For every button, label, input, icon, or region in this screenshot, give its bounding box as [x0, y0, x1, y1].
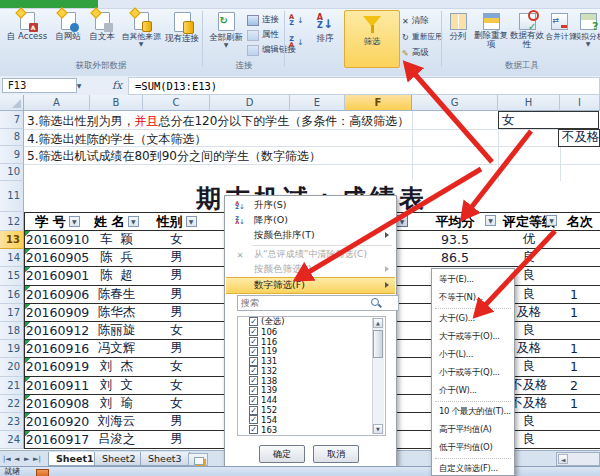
cell-name-17[interactable]: 陈华杰: [90, 304, 144, 322]
what-if-analysis-button[interactable]: ? 模拟分析 ▼: [572, 10, 600, 46]
select-all-corner[interactable]: [0, 95, 24, 111]
cell-rank-21[interactable]: 2: [560, 377, 600, 395]
row-header-11[interactable]: 11: [0, 181, 24, 213]
cell-name-13[interactable]: 车 颖: [90, 231, 144, 249]
row-header-7[interactable]: 7: [0, 111, 24, 129]
checkbox-item[interactable]: ✓132: [238, 366, 385, 376]
checkbox-checked-icon[interactable]: ✓: [249, 425, 258, 434]
table-header-id[interactable]: 学 号▼: [24, 212, 91, 231]
cell-sex-16[interactable]: 男: [143, 286, 211, 304]
submenu-item-6[interactable]: 介于(W)...: [432, 382, 514, 400]
filter-dropdown-icon-active[interactable]: ▼: [396, 215, 408, 227]
submenu-item-8[interactable]: 高于平均值(A): [432, 421, 514, 439]
submenu-item-7[interactable]: 10 个最大的值(T)...: [432, 403, 514, 421]
filter-dropdown-icon[interactable]: ▼: [69, 216, 80, 227]
existing-connections-button[interactable]: 现有连接: [164, 10, 200, 43]
cell-name-18[interactable]: 陈丽旋: [90, 322, 144, 340]
column-header-D[interactable]: D: [210, 95, 290, 111]
column-header-H[interactable]: H: [498, 95, 560, 111]
cell-rank-13[interactable]: [560, 231, 600, 249]
filter-dropdown-icon-grade[interactable]: ▼: [546, 215, 557, 226]
refresh-all-button[interactable]: ↻ 全部刷新 ▼: [205, 10, 247, 47]
cancel-button[interactable]: 取消: [313, 445, 359, 463]
data-validation-button[interactable]: ✓ 数据有效性: [510, 10, 544, 49]
cell-id-16[interactable]: 20160906: [24, 286, 91, 304]
filter-dropdown-icon-avg[interactable]: ▼: [485, 215, 496, 226]
cell-grade-14[interactable]: 良: [498, 249, 561, 267]
row-header-13[interactable]: 13: [0, 231, 24, 249]
text-to-columns-button[interactable]: 分列: [444, 10, 472, 41]
cell-id-17[interactable]: 20160909: [24, 304, 91, 322]
note-row-8[interactable]: 4.筛选出姓陈的学生（文本筛选）: [27, 131, 206, 148]
checkbox-item[interactable]: ✓131: [238, 356, 385, 366]
submenu-item-3[interactable]: 大于或等于(O)...: [432, 328, 514, 346]
menu-item-sort-descending[interactable]: ZA↓ 降序(O): [226, 213, 395, 228]
row-header-18[interactable]: 18: [0, 322, 24, 340]
cell-id-14[interactable]: 20160905: [24, 249, 91, 267]
cell-id-15[interactable]: 20160901: [24, 267, 91, 285]
cell-name-22[interactable]: 刘 瑜: [90, 395, 144, 413]
column-header-F[interactable]: F: [345, 95, 412, 111]
cell-rank-14[interactable]: [560, 249, 600, 267]
row-header-9[interactable]: 9: [0, 146, 24, 164]
from-text-button[interactable]: 自文本: [86, 10, 118, 41]
cell-id-20[interactable]: 20160919: [24, 358, 91, 376]
sort-button[interactable]: AZ↓ 排序: [309, 10, 341, 43]
checkbox-item[interactable]: ✓(全选): [238, 317, 385, 327]
cell-rank-18[interactable]: [560, 322, 600, 340]
row-header-20[interactable]: 20: [0, 358, 24, 376]
cell-sex-15[interactable]: 男: [143, 267, 211, 285]
row-header-22[interactable]: 22: [0, 395, 24, 413]
tab-sheet2[interactable]: Sheet2: [94, 452, 144, 466]
row-header-12[interactable]: 12: [0, 212, 24, 231]
menu-item-sort-ascending[interactable]: AZ↓ 升序(S): [226, 198, 395, 213]
ok-button[interactable]: 确定: [259, 445, 305, 463]
sort-descending-icon-button[interactable]: ZA↓: [289, 36, 304, 48]
cell-rank-15[interactable]: [560, 267, 600, 285]
checkbox-checked-icon[interactable]: ✓: [249, 357, 258, 366]
checkbox-item[interactable]: ✓152: [238, 405, 385, 415]
cell-name-23[interactable]: 刘海云: [90, 413, 144, 431]
cell-avg-14[interactable]: 86.5: [412, 249, 499, 267]
table-header-rank[interactable]: 名次: [560, 212, 600, 231]
cell-name-15[interactable]: 陈 超: [90, 267, 144, 285]
first-sheet-icon[interactable]: |◄: [3, 454, 11, 464]
cell-name-14[interactable]: 陈 兵: [90, 249, 144, 267]
checkbox-checked-icon[interactable]: ✓: [249, 366, 258, 375]
cell-rank-16[interactable]: 1: [560, 286, 600, 304]
scroll-left-icon[interactable]: ◄: [558, 454, 568, 464]
consolidate-button[interactable]: ⇄ 合并计算: [544, 10, 574, 41]
row-header-15[interactable]: 15: [0, 267, 24, 285]
submenu-item-1[interactable]: 不等于(N)...: [432, 289, 514, 307]
submenu-item-9[interactable]: 低于平均值(O): [432, 439, 514, 457]
cell-sex-13[interactable]: 女: [143, 231, 211, 249]
cell-sex-19[interactable]: 男: [143, 340, 211, 358]
row-header-21[interactable]: 21: [0, 377, 24, 395]
sort-ascending-icon-button[interactable]: AZ↓: [289, 14, 304, 26]
scroll-down-icon[interactable]: ▼: [373, 424, 383, 434]
checkbox-checked-icon[interactable]: ✓: [249, 396, 258, 405]
submenu-item-0[interactable]: 等于(E)...: [432, 271, 514, 289]
submenu-item-4[interactable]: 小于(L)...: [432, 346, 514, 364]
scrollbar-thumb[interactable]: [373, 330, 383, 358]
submenu-item-10[interactable]: 自定义筛选(F)...: [432, 460, 514, 476]
advanced-filter-button[interactable]: ✎高级: [402, 47, 429, 59]
cell-name-24[interactable]: 吕浚之: [90, 431, 144, 449]
last-sheet-icon[interactable]: ►|: [33, 454, 41, 464]
cell-rank-24[interactable]: [560, 431, 600, 449]
macro-record-icon[interactable]: [36, 469, 49, 476]
from-web-button[interactable]: 自网站: [52, 10, 84, 41]
name-box-dropdown[interactable]: ▼: [72, 78, 86, 93]
column-header-G[interactable]: G: [412, 95, 498, 111]
cell-id-19[interactable]: 20160916: [24, 340, 91, 358]
menu-item-sort-by-color[interactable]: 按颜色排序(T): [226, 228, 395, 243]
row-header-19[interactable]: 19: [0, 340, 24, 358]
checkbox-item[interactable]: ✓163: [238, 425, 385, 435]
menu-item-number-filters[interactable]: 数字筛选(F): [226, 277, 395, 294]
row-header-16[interactable]: 16: [0, 286, 24, 304]
row-header-8[interactable]: 8: [0, 129, 24, 147]
filter-dropdown-icon[interactable]: ▼: [186, 216, 197, 227]
list-scrollbar[interactable]: ▲ ▼: [372, 318, 384, 434]
cell-name-21[interactable]: 刘 文: [90, 377, 144, 395]
row-header-24[interactable]: 24: [0, 431, 24, 449]
